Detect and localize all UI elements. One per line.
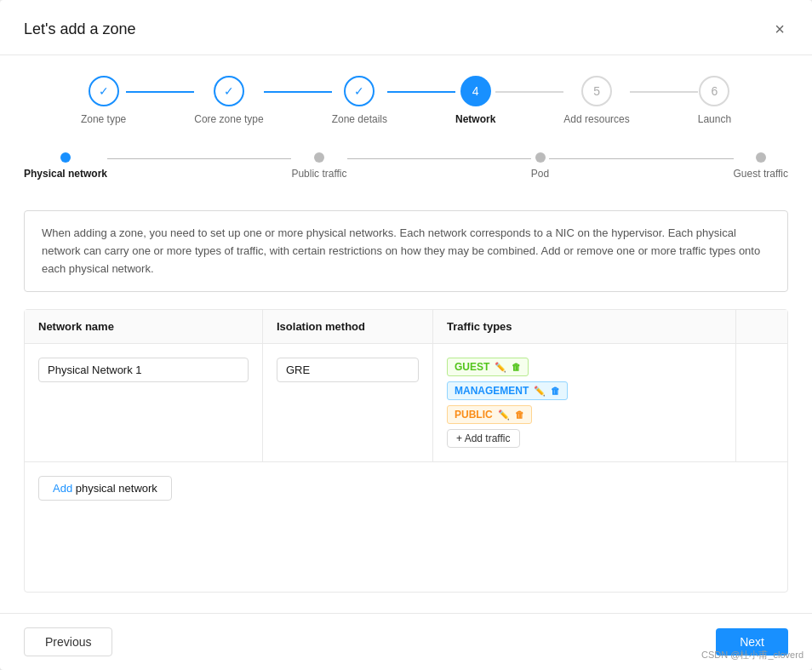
network-name-input[interactable] [38,358,249,382]
step-launch: 6 Launch [698,76,731,125]
step-1-circle: ✓ [89,76,119,106]
sub-step-physical-label: Physical network [24,168,107,180]
sub-stepper: Physical network Public traffic Pod Gues… [24,152,788,193]
sub-connector-1 [107,158,291,159]
step-3-circle: ✓ [344,76,375,106]
public-edit-icon[interactable]: ✏️ [498,409,510,421]
traffic-types-cell: GUEST ✏️ 🗑 MANAGEMENT ✏️ 🗑 PUBLIC ✏️ [433,344,736,461]
public-delete-icon[interactable]: 🗑 [515,409,524,420]
add-physical-network-button[interactable]: Add physical network [38,476,172,501]
step-add-resources: 5 Add resources [563,76,629,125]
guest-delete-icon[interactable]: 🗑 [512,362,521,372]
table-header: Network name Isolation method Traffic ty… [25,310,787,344]
sub-connector-2 [347,158,531,159]
step-network: 4 Network [455,76,495,125]
next-button[interactable]: Next [716,628,788,656]
step-2-circle: ✓ [214,76,244,106]
traffic-types-list: GUEST ✏️ 🗑 MANAGEMENT ✏️ 🗑 PUBLIC ✏️ [447,358,568,448]
sub-step-guest-label: Guest traffic [734,168,788,180]
info-text: When adding a zone, you need to set up o… [42,226,760,275]
modal-footer: Previous Next [0,613,812,670]
row-actions-cell [736,344,787,461]
step-core-zone-type: ✓ Core zone type [194,76,263,125]
connector-4-5 [495,91,563,93]
header-network-name: Network name [25,310,263,343]
step-6-circle: 6 [699,76,729,106]
sub-step-public-dot [314,152,324,163]
sub-step-guest-dot [756,152,766,163]
connector-2-3 [264,91,332,93]
isolation-method-cell [263,344,433,461]
management-traffic-badge: MANAGEMENT ✏️ 🗑 [447,381,568,400]
isolation-method-input[interactable] [277,358,419,382]
header-traffic: Traffic types [433,310,736,343]
main-stepper: ✓ Zone type ✓ Core zone type ✓ Zone deta… [24,76,788,125]
network-name-cell [25,344,263,461]
management-delete-icon[interactable]: 🗑 [551,386,560,396]
guest-edit-icon[interactable]: ✏️ [495,362,506,373]
connector-3-4 [387,91,455,93]
guest-traffic-badge: GUEST ✏️ 🗑 [447,358,529,376]
step-5-label: Add resources [563,113,629,125]
public-label: PUBLIC [455,409,493,421]
sub-connector-3 [549,158,733,159]
sub-step-guest: Guest traffic [734,152,788,180]
sub-step-pod-label: Pod [531,168,549,180]
add-network-row: Add physical network [25,462,787,514]
add-traffic-label: + Add traffic [456,432,511,444]
add-network-suffix: physical network [72,482,157,495]
connector-1-2 [126,91,194,93]
step-4-circle: 4 [460,76,491,106]
sub-step-pod-dot [535,152,546,163]
previous-button[interactable]: Previous [24,627,112,656]
modal-body: ✓ Zone type ✓ Core zone type ✓ Zone deta… [0,55,812,613]
sub-step-physical: Physical network [24,152,107,180]
sub-step-public-label: Public traffic [291,168,346,180]
network-table: Network name Isolation method Traffic ty… [24,309,788,593]
modal-title: Let's add a zone [24,20,136,38]
add-network-prefix: Add [53,482,72,495]
step-zone-type: ✓ Zone type [81,76,126,125]
step-zone-details: ✓ Zone details [332,76,387,125]
step-4-label: Network [455,113,495,125]
info-box: When adding a zone, you need to set up o… [24,210,788,292]
add-zone-modal: Let's add a zone × ✓ Zone type ✓ Core zo… [0,0,812,670]
header-actions [736,310,787,343]
sub-step-physical-dot [60,152,71,163]
step-3-label: Zone details [332,113,387,125]
connector-5-6 [630,91,698,93]
step-2-label: Core zone type [194,113,263,125]
header-isolation: Isolation method [263,310,433,343]
close-button[interactable]: × [771,17,788,41]
guest-label: GUEST [455,361,489,373]
step-6-label: Launch [698,113,731,125]
modal-header: Let's add a zone × [0,0,812,55]
table-row: GUEST ✏️ 🗑 MANAGEMENT ✏️ 🗑 PUBLIC ✏️ [25,344,787,462]
management-label: MANAGEMENT [455,385,529,397]
add-traffic-button[interactable]: + Add traffic [447,429,520,448]
step-5-circle: 5 [581,76,612,106]
management-edit-icon[interactable]: ✏️ [534,386,546,397]
public-traffic-badge: PUBLIC ✏️ 🗑 [447,405,532,424]
step-1-label: Zone type [81,113,126,125]
sub-step-pod: Pod [531,152,549,180]
sub-step-public: Public traffic [291,152,346,180]
